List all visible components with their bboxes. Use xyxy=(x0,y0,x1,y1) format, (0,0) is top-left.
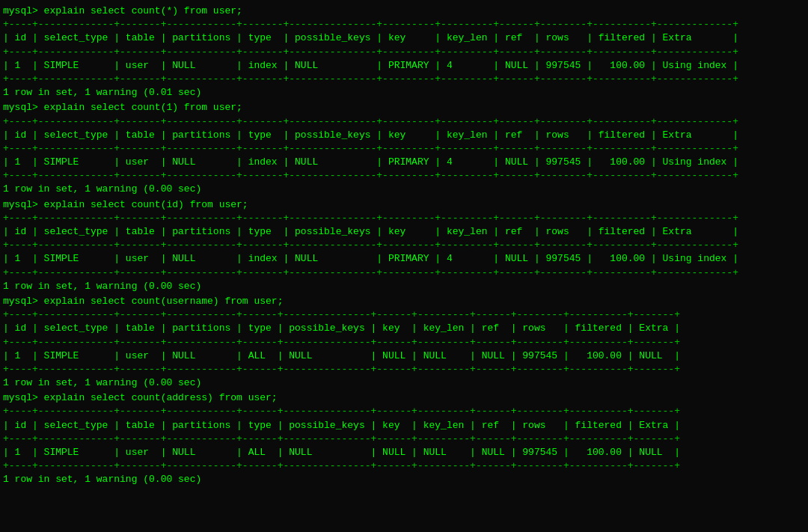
table: | 1 | SIMPLE | user | NULL | index | NUL… xyxy=(3,156,805,169)
table: | 1 | SIMPLE | user | NULL | index | NUL… xyxy=(3,252,805,266)
result: 1 row in set, 1 warning (0.00 sec) xyxy=(3,376,805,390)
table: | 1 | SIMPLE | user | NULL | ALL | NULL … xyxy=(3,349,805,363)
separator: +----+-------------+-------+------------… xyxy=(3,73,805,86)
table: | id | select_type | table | partitions … xyxy=(3,322,805,335)
separator: +----+-------------+-------+------------… xyxy=(3,115,805,129)
separator: +----+-------------+-------+------------… xyxy=(3,18,805,31)
separator: +----+-------------+-------+------------… xyxy=(3,336,805,349)
separator: +----+-------------+-------+------------… xyxy=(3,432,805,446)
table: | 1 | SIMPLE | user | NULL | ALL | NULL … xyxy=(3,446,805,459)
separator: +----+-------------+-------+------------… xyxy=(3,405,805,418)
query-block-1: mysql> explain select count(*) from user… xyxy=(3,4,805,100)
prompt: mysql> explain select count(username) fr… xyxy=(3,295,805,308)
result: 1 row in set, 1 warning (0.00 sec) xyxy=(3,183,805,196)
table: | id | select_type | table | partitions … xyxy=(3,419,805,432)
table: | id | select_type | table | partitions … xyxy=(3,31,805,45)
separator: +----+-------------+-------+------------… xyxy=(3,212,805,225)
separator: +----+-------------+-------+------------… xyxy=(3,308,805,322)
separator: +----+-------------+-------+------------… xyxy=(3,169,805,183)
prompt: mysql> explain select count(*) from user… xyxy=(3,4,805,18)
query-block-3: mysql> explain select count(id) from use… xyxy=(3,198,805,293)
prompt: mysql> explain select count(1) from user… xyxy=(3,101,805,114)
table: | 1 | SIMPLE | user | NULL | index | NUL… xyxy=(3,59,805,73)
query-block-4: mysql> explain select count(username) fr… xyxy=(3,295,805,390)
query-block-2: mysql> explain select count(1) from user… xyxy=(3,101,805,196)
prompt: mysql> explain select count(id) from use… xyxy=(3,198,805,212)
separator: +----+-------------+-------+------------… xyxy=(3,363,805,376)
table: | id | select_type | table | partitions … xyxy=(3,129,805,142)
terminal: mysql> explain select count(*) from user… xyxy=(3,4,805,487)
separator: +----+-------------+-------+------------… xyxy=(3,142,805,156)
table: | id | select_type | table | partitions … xyxy=(3,225,805,239)
result: 1 row in set, 1 warning (0.00 sec) xyxy=(3,280,805,293)
result: 1 row in set, 1 warning (0.00 sec) xyxy=(3,473,805,486)
separator: +----+-------------+-------+------------… xyxy=(3,459,805,473)
separator: +----+-------------+-------+------------… xyxy=(3,46,805,59)
result: 1 row in set, 1 warning (0.01 sec) xyxy=(3,86,805,100)
separator: +----+-------------+-------+------------… xyxy=(3,239,805,252)
separator: +----+-------------+-------+------------… xyxy=(3,266,805,280)
query-block-5: mysql> explain select count(address) fro… xyxy=(3,391,805,486)
prompt: mysql> explain select count(address) fro… xyxy=(3,391,805,405)
